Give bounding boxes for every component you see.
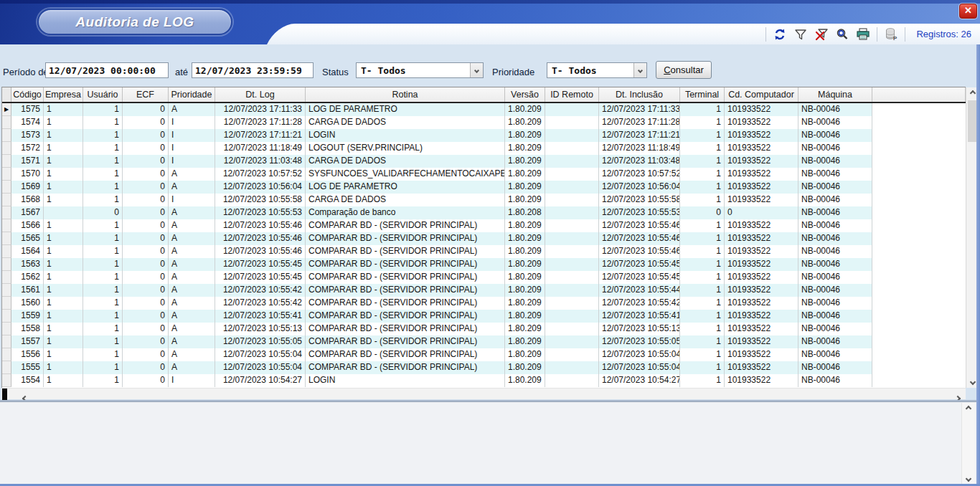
- detail-panel-scrollbar[interactable]: [961, 403, 975, 484]
- print-icon[interactable]: [856, 27, 870, 42]
- column-header-dt_log[interactable]: Dt. Log: [215, 87, 306, 102]
- horizontal-scroll-thumb[interactable]: [2, 389, 7, 400]
- cell-maquina: NB-00046: [798, 232, 872, 245]
- cell-id_remoto: [545, 361, 599, 374]
- cell-versao: 1.80.209: [505, 323, 545, 335]
- column-header-cd_computador[interactable]: Cd. Computador: [725, 87, 798, 102]
- row-selector-cell: [2, 361, 11, 374]
- table-row[interactable]: 1569110A12/07/2023 10:56:04LOG DE PARAME…: [2, 181, 872, 194]
- cell-dt_inclusao: 12/07/2023 10:56:04: [599, 181, 680, 194]
- close-button[interactable]: ✕: [959, 4, 977, 19]
- column-header-codigo[interactable]: Código: [11, 87, 44, 102]
- table-row[interactable]: 1566110A12/07/2023 10:55:46COMPARAR BD -…: [2, 219, 872, 232]
- cell-ecf: 0: [123, 297, 169, 310]
- table-row[interactable]: ▶1575110A12/07/2023 17:11:33LOG DE PARAM…: [2, 103, 872, 116]
- column-header-empresa[interactable]: Empresa: [44, 87, 83, 102]
- priority-select[interactable]: T- Todos: [547, 62, 647, 78]
- table-row[interactable]: 1565110A12/07/2023 10:55:46COMPARAR BD -…: [2, 232, 872, 245]
- cell-usuario: 1: [83, 361, 123, 374]
- cell-dt_inclusao: 12/07/2023 10:55:44: [599, 284, 680, 297]
- table-row[interactable]: 1557110A12/07/2023 10:55:05COMPARAR BD -…: [2, 335, 872, 348]
- cell-codigo: 1555: [11, 361, 44, 374]
- refresh-icon[interactable]: [773, 27, 787, 42]
- cell-terminal: 1: [680, 142, 725, 155]
- table-row[interactable]: 1554110I12/07/2023 10:54:27LOGIN1.80.209…: [2, 374, 872, 387]
- period-from-input[interactable]: [45, 62, 169, 78]
- cell-cd_computador: 101933522: [725, 258, 798, 271]
- column-header-versao[interactable]: Versão: [505, 87, 545, 102]
- column-header-id_remoto[interactable]: ID Remoto: [545, 87, 599, 102]
- cell-maquina: NB-00046: [798, 155, 872, 168]
- table-row[interactable]: 1570110A12/07/2023 10:57:52SYSFUNCOES_VA…: [2, 168, 872, 181]
- cell-id_remoto: [545, 348, 599, 361]
- period-to-input[interactable]: [192, 62, 314, 78]
- cell-cd_computador: 101933522: [725, 116, 798, 129]
- cell-versao: 1.80.209: [505, 374, 545, 387]
- cell-id_remoto: [545, 168, 599, 181]
- column-header-prioridade[interactable]: Prioridade: [169, 87, 215, 102]
- cell-ecf: 0: [123, 219, 169, 232]
- zoom-icon[interactable]: [835, 27, 849, 42]
- table-row[interactable]: 1560110A12/07/2023 10:55:42COMPARAR BD -…: [2, 297, 872, 310]
- table-row[interactable]: 1559110A12/07/2023 10:55:41COMPARAR BD -…: [2, 310, 872, 323]
- cell-codigo: 1569: [11, 181, 44, 194]
- cell-id_remoto: [545, 103, 599, 116]
- table-row[interactable]: 1556110A12/07/2023 10:55:04COMPARAR BD -…: [2, 348, 872, 361]
- cell-usuario: 1: [83, 168, 123, 181]
- cell-maquina: NB-00046: [798, 219, 872, 232]
- status-select[interactable]: T- Todos: [356, 62, 484, 78]
- cell-rotina: Comparação de banco: [306, 206, 505, 219]
- column-header-rotina[interactable]: Rotina: [306, 87, 505, 102]
- table-row[interactable]: 1568110I12/07/2023 10:55:58CARGA DE DADO…: [2, 194, 872, 206]
- cell-terminal: 1: [680, 297, 725, 310]
- cell-usuario: 1: [83, 232, 123, 245]
- table-row[interactable]: 1573110I12/07/2023 17:11:21LOGIN1.80.209…: [2, 129, 872, 142]
- cell-id_remoto: [545, 129, 599, 142]
- cell-codigo: 1564: [11, 245, 44, 258]
- row-selector-cell: [2, 323, 11, 335]
- table-row[interactable]: 1561110A12/07/2023 10:55:42COMPARAR BD -…: [2, 284, 872, 297]
- cell-dt_inclusao: 12/07/2023 10:55:46: [599, 219, 680, 232]
- column-header-terminal[interactable]: Terminal: [680, 87, 725, 102]
- cell-rotina: CARGA DE DADOS: [306, 116, 505, 129]
- page-title-label: Auditoria de LOG: [75, 14, 194, 30]
- table-row[interactable]: 1572110I12/07/2023 11:18:49LOGOUT (SERV.…: [2, 142, 872, 155]
- table-row[interactable]: 1563110A12/07/2023 10:55:45COMPARAR BD -…: [2, 258, 872, 271]
- grid-horizontal-scrollbar[interactable]: [1, 388, 966, 399]
- row-selector-cell: [2, 206, 11, 219]
- cell-codigo: 1565: [11, 232, 44, 245]
- column-header-ecf[interactable]: ECF: [123, 87, 169, 102]
- cell-rotina: COMPARAR BD - (SERVIDOR PRINCIPAL): [306, 348, 505, 361]
- column-header-dt_inclusao[interactable]: Dt. Inclusão: [599, 87, 680, 102]
- column-header-maquina[interactable]: Máquina: [798, 87, 872, 102]
- table-row[interactable]: 1564110A12/07/2023 10:55:46COMPARAR BD -…: [2, 245, 872, 258]
- database-icon[interactable]: P: [884, 27, 898, 42]
- cell-dt_log: 12/07/2023 10:55:58: [215, 194, 306, 206]
- cell-dt_log: 12/07/2023 17:11:28: [215, 116, 306, 129]
- table-row[interactable]: 1555110A12/07/2023 10:55:04COMPARAR BD -…: [2, 361, 872, 374]
- cell-cd_computador: 101933522: [725, 155, 798, 168]
- window-right-border: [976, 44, 980, 486]
- consult-button[interactable]: Consultar: [656, 61, 712, 79]
- cell-empresa: 1: [44, 155, 83, 168]
- cell-codigo: 1558: [11, 323, 44, 335]
- cell-dt_log: 12/07/2023 10:55:46: [215, 219, 306, 232]
- cell-id_remoto: [545, 297, 599, 310]
- table-row[interactable]: 156700A12/07/2023 10:55:53Comparação de …: [2, 206, 872, 219]
- table-row[interactable]: 1562110A12/07/2023 10:55:45COMPARAR BD -…: [2, 271, 872, 284]
- cell-versao: 1.80.209: [505, 245, 545, 258]
- cell-ecf: 0: [123, 155, 169, 168]
- cell-usuario: 0: [83, 206, 123, 219]
- cell-maquina: NB-00046: [798, 297, 872, 310]
- cell-rotina: COMPARAR BD - (SERVIDOR PRINCIPAL): [306, 271, 505, 284]
- scroll-down-icon[interactable]: [962, 473, 975, 484]
- cell-maquina: NB-00046: [798, 271, 872, 284]
- column-header-usuario[interactable]: Usuário: [83, 87, 123, 102]
- filter-icon[interactable]: [793, 27, 808, 42]
- cell-prioridade: A: [169, 103, 215, 116]
- table-row[interactable]: 1558110A12/07/2023 10:55:13COMPARAR BD -…: [2, 323, 872, 335]
- table-row[interactable]: 1571110I12/07/2023 11:03:48CARGA DE DADO…: [2, 155, 872, 168]
- scroll-up-icon[interactable]: [962, 403, 975, 414]
- table-row[interactable]: 1574110I12/07/2023 17:11:28CARGA DE DADO…: [2, 116, 872, 129]
- clear-filter-icon[interactable]: [814, 27, 829, 42]
